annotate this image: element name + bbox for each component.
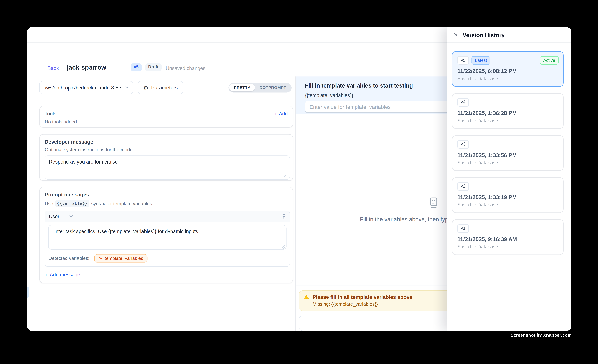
parameters-button[interactable]: ⚙ Parameters: [138, 81, 183, 94]
version-list: v5 Latest Active 11/22/2025, 6:08:12 PM …: [447, 43, 571, 255]
version-timestamp: 11/22/2025, 6:08:12 PM: [457, 68, 559, 74]
plus-icon: +: [274, 111, 277, 116]
message-textarea[interactable]: Enter task specifics. Use {{template_var…: [48, 225, 286, 249]
back-label: Back: [47, 65, 59, 71]
developer-message-textarea[interactable]: Respond as you are tom cruise: [45, 156, 290, 180]
version-status: Saved to Database: [457, 244, 559, 249]
toggle-pretty[interactable]: PRETTY: [229, 83, 255, 91]
prompt-messages-title: Prompt messages: [45, 192, 288, 198]
pencil-icon: ✎: [99, 256, 102, 261]
status-badge: Draft: [145, 64, 161, 71]
prompt-messages-card: Prompt messages Use {{variable}} syntax …: [39, 187, 293, 283]
version-chips: v2: [457, 182, 559, 191]
version-timestamp: 11/21/2025, 9:16:39 AM: [457, 236, 559, 242]
warning-texts: Please fill in all template variables ab…: [313, 294, 412, 307]
format-toggle: PRETTY DOTPROMPT: [228, 83, 291, 92]
message-header: User: [45, 211, 290, 222]
version-history-panel: ✕ Version History v5 Latest Active 11/22…: [447, 27, 571, 331]
model-select-value: aws/anthropic/bedrock-claude-3-5-s...: [44, 85, 125, 90]
message-block: User Enter task specifics. Use {{templat…: [45, 211, 290, 267]
screenshot-stage: ← Back jack-sparrow v5 Draft Unsaved cha…: [0, 0, 598, 364]
back-arrow-icon: ←: [39, 65, 45, 71]
message-body: Enter task specifics. Use {{template_var…: [45, 222, 290, 266]
add-tool-button[interactable]: + Add: [274, 111, 288, 116]
version-chips: v4: [457, 98, 559, 107]
warning-icon: [303, 294, 309, 300]
tools-title: Tools: [45, 111, 56, 116]
version-number-badge: v2: [457, 182, 469, 191]
toggle-dotprompt[interactable]: DOTPROMPT: [255, 83, 291, 91]
role-select[interactable]: User: [49, 213, 73, 219]
edge-peek-button[interactable]: [27, 287, 29, 298]
subtitle-prefix: Use: [45, 201, 53, 206]
back-button[interactable]: ← Back: [39, 65, 59, 71]
subtitle-suffix: syntax for template variables: [91, 201, 152, 206]
chevron-down-icon: [69, 215, 73, 217]
developer-textarea-wrap: Respond as you are tom cruise: [45, 156, 288, 181]
variable-syntax-chip: {{variable}}: [55, 200, 89, 207]
active-badge: Active: [540, 56, 559, 65]
version-timestamp: 11/21/2025, 1:33:19 PM: [457, 194, 559, 200]
version-timestamp: 11/21/2025, 1:33:56 PM: [457, 152, 559, 158]
prompt-messages-subtitle: Use {{variable}} syntax for template var…: [45, 200, 288, 207]
version-card-v1[interactable]: v1 11/21/2025, 9:16:39 AM Saved to Datab…: [452, 219, 564, 255]
editor-column: aws/anthropic/bedrock-claude-3-5-s... ⚙ …: [27, 76, 295, 331]
role-select-value: User: [49, 213, 59, 219]
version-chips: v3: [457, 140, 559, 149]
version-status: Saved to Database: [457, 160, 559, 165]
page-title: jack-sparrow: [67, 64, 106, 71]
close-icon[interactable]: ✕: [454, 32, 458, 37]
add-tool-label: Add: [279, 111, 288, 116]
drag-handle-icon[interactable]: [282, 214, 286, 219]
robot-icon: [427, 196, 440, 211]
version-number-badge: v3: [457, 140, 469, 149]
detected-variable-name: template_variables: [105, 256, 143, 261]
detected-variables-label: Detected variables:: [49, 256, 89, 261]
developer-message-subtitle: Optional system instructions for the mod…: [45, 147, 288, 152]
version-number-badge: v5: [457, 56, 469, 65]
version-history-header: ✕ Version History: [447, 27, 571, 43]
warning-missing-text: Missing: {{template_variables}}: [313, 301, 412, 307]
model-row: aws/anthropic/bedrock-claude-3-5-s... ⚙ …: [39, 81, 293, 94]
unsaved-changes-label: Unsaved changes: [166, 65, 206, 71]
version-number-badge: v1: [457, 224, 469, 233]
tools-card: Tools + Add No tools added: [39, 106, 293, 128]
detected-variable-chip[interactable]: ✎ template_variables: [94, 254, 147, 263]
version-status: Saved to Database: [457, 202, 559, 207]
tools-header: Tools + Add: [45, 111, 288, 116]
version-card-v3[interactable]: v3 11/21/2025, 1:33:56 PM Saved to Datab…: [452, 135, 564, 171]
developer-message-card: Developer message Optional system instru…: [39, 134, 293, 181]
version-chips: v1: [457, 224, 559, 233]
version-badge: v5: [131, 64, 142, 71]
version-number-badge: v4: [457, 98, 469, 107]
plus-icon: +: [45, 272, 48, 277]
app-window: ← Back jack-sparrow v5 Draft Unsaved cha…: [27, 27, 571, 331]
version-status: Saved to Database: [457, 118, 559, 123]
detected-variables-row: Detected variables: ✎ template_variables: [48, 254, 286, 263]
chevron-down-icon: [125, 86, 129, 89]
version-card-v4[interactable]: v4 11/21/2025, 1:36:28 PM Saved to Datab…: [452, 93, 564, 129]
version-timestamp: 11/21/2025, 1:36:28 PM: [457, 110, 559, 116]
add-message-label: Add message: [50, 272, 80, 277]
tools-empty-text: No tools added: [45, 119, 288, 124]
version-card-v2[interactable]: v2 11/21/2025, 1:33:19 PM Saved to Datab…: [452, 177, 564, 213]
warning-title: Please fill in all template variables ab…: [313, 294, 412, 300]
developer-message-title: Developer message: [45, 139, 288, 145]
version-chips: v5 Latest Active: [457, 56, 559, 65]
add-message-button[interactable]: + Add message: [45, 272, 288, 277]
latest-badge: Latest: [472, 56, 490, 65]
gear-icon: ⚙: [143, 85, 149, 90]
version-card-v5[interactable]: v5 Latest Active 11/22/2025, 6:08:12 PM …: [452, 51, 564, 87]
version-history-title: Version History: [463, 32, 505, 38]
model-select[interactable]: aws/anthropic/bedrock-claude-3-5-s...: [39, 81, 133, 94]
watermark-text: Screenshot by Xnapper.com: [511, 333, 572, 338]
empty-state-text: Fill in the variables above, then typ: [360, 216, 448, 222]
parameters-label: Parameters: [151, 85, 178, 90]
version-status: Saved to Database: [457, 76, 559, 81]
